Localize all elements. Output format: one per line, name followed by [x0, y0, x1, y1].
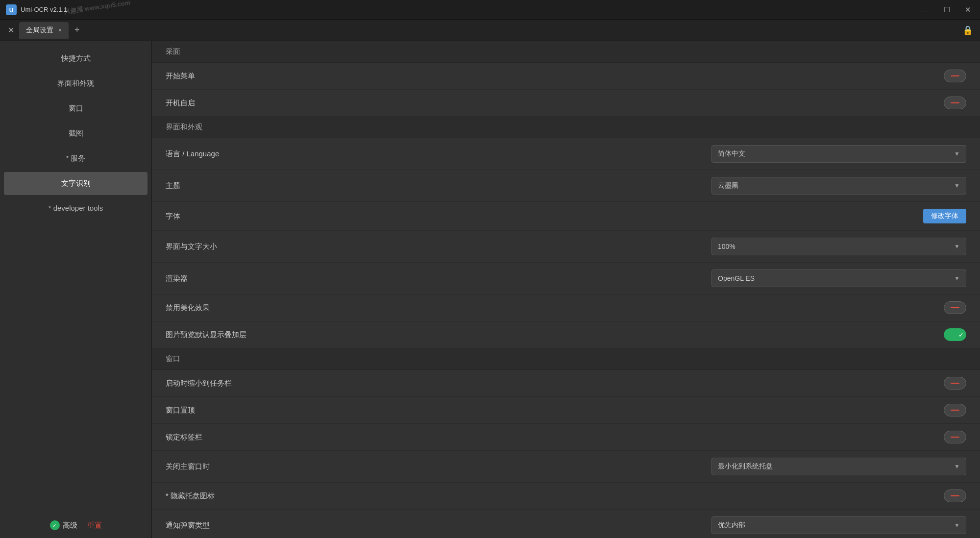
tabbar: ✕ 全局设置 × + 🔒 [0, 20, 980, 41]
titlebar: U Umi-OCR v2.1.1 — ☐ ✕ 兴趣屋 www.xqu5.com [0, 0, 980, 20]
hide-tray-toggle[interactable] [944, 489, 966, 502]
start-menu-toggle[interactable] [944, 70, 966, 82]
section-header-top: 采面 [152, 41, 980, 63]
main-layout: 快捷方式 界面和外观 窗口 截图 * 服务 文字识别 * developer t… [0, 41, 980, 538]
setting-row-notification-type: 通知弹窗类型 优先内部 ▼ [152, 510, 980, 538]
setting-row-always-top: 窗口置顶 [152, 397, 980, 424]
tab-label: 全局设置 [26, 26, 53, 35]
toggle-minus-icon [951, 495, 959, 496]
toggle-minus-icon [951, 437, 959, 438]
section-header-window: 窗口 [152, 348, 980, 370]
setting-row-font: 字体 修改字体 [152, 202, 980, 231]
setting-row-start-menu: 开始菜单 [152, 63, 980, 90]
renderer-control: OpenGL ES ▼ [711, 269, 966, 287]
sidebar-item-ocr[interactable]: 文字识别 [4, 172, 147, 195]
language-label: 语言 / Language [166, 149, 219, 159]
always-top-toggle[interactable] [944, 404, 966, 416]
sidebar-item-service[interactable]: * 服务 [4, 147, 147, 170]
start-menu-label: 开始菜单 [166, 72, 195, 81]
overlay-toggle[interactable]: ✓ [944, 328, 966, 341]
renderer-value: OpenGL ES [718, 274, 755, 282]
minimize-tray-label: 启动时缩小到任务栏 [166, 379, 232, 388]
section-header-appearance: 界面和外观 [152, 117, 980, 138]
font-control: 修改字体 [923, 209, 966, 223]
renderer-dropdown[interactable]: OpenGL ES ▼ [711, 269, 966, 287]
app-icon: U [6, 4, 17, 15]
always-top-label: 窗口置顶 [166, 406, 195, 415]
always-top-control [944, 404, 966, 416]
sidebar-item-window[interactable]: 窗口 [4, 97, 147, 120]
sidebar-item-appearance[interactable]: 界面和外观 [4, 72, 147, 95]
tab-global-settings[interactable]: 全局设置 × [19, 22, 69, 39]
setting-row-close-window: 关闭主窗口时 最小化到系统托盘 ▼ [152, 451, 980, 483]
setting-row-ui-size: 界面与文字大小 100% ▼ [152, 231, 980, 263]
sidebar-item-screenshot[interactable]: 截图 [4, 122, 147, 145]
close-window-control: 最小化到系统托盘 ▼ [711, 458, 966, 475]
lock-tabs-toggle[interactable] [944, 431, 966, 443]
overlay-control: ✓ [944, 328, 966, 341]
disable-effects-label: 禁用美化效果 [166, 303, 210, 313]
tab-close-left-button[interactable]: ✕ [5, 24, 17, 37]
minimize-tray-toggle[interactable] [944, 377, 966, 390]
autostart-control [944, 97, 966, 109]
dropdown-arrow-icon: ▼ [954, 275, 960, 282]
ui-size-control: 100% ▼ [711, 238, 966, 255]
toggle-minus-icon [951, 307, 959, 308]
close-window-label: 关闭主窗口时 [166, 462, 210, 471]
reset-button[interactable]: 重置 [87, 521, 102, 530]
watermark-top: 兴趣屋 www.xqu5.com [63, 0, 131, 16]
close-button[interactable]: ✕ [962, 4, 974, 15]
advanced-button[interactable]: ✓ 高级 [50, 520, 77, 530]
sidebar-footer: ✓ 高级 重置 [0, 520, 151, 530]
sidebar-item-shortcuts[interactable]: 快捷方式 [4, 47, 147, 70]
setting-row-language: 语言 / Language 简体中文 ▼ [152, 138, 980, 170]
notification-type-dropdown[interactable]: 优先内部 ▼ [711, 516, 966, 534]
check-icon: ✓ [50, 520, 60, 530]
dropdown-arrow-icon: ▼ [954, 150, 960, 157]
svg-text:U: U [9, 7, 14, 14]
setting-row-hide-tray: * 隐藏托盘图标 [152, 483, 980, 510]
close-window-dropdown[interactable]: 最小化到系统托盘 ▼ [711, 458, 966, 475]
app-title: Umi-OCR v2.1.1 [21, 6, 67, 13]
overlay-label: 图片预览默认显示叠加层 [166, 330, 246, 340]
notification-type-label: 通知弹窗类型 [166, 521, 210, 530]
theme-label: 主题 [166, 181, 180, 191]
renderer-label: 渲染器 [166, 274, 188, 283]
modify-font-button[interactable]: 修改字体 [923, 209, 966, 223]
lock-icon[interactable]: 🔒 [962, 25, 973, 36]
disable-effects-control [944, 301, 966, 314]
advanced-label: 高级 [63, 521, 77, 530]
language-dropdown[interactable]: 简体中文 ▼ [711, 145, 966, 163]
minimize-tray-control [944, 377, 966, 390]
theme-control: 云墨黑 ▼ [711, 177, 966, 195]
sidebar: 快捷方式 界面和外观 窗口 截图 * 服务 文字识别 * developer t… [0, 41, 152, 538]
language-control: 简体中文 ▼ [711, 145, 966, 163]
window-controls: — ☐ ✕ [919, 0, 974, 20]
tab-close-button[interactable]: × [58, 27, 62, 34]
ui-size-dropdown[interactable]: 100% ▼ [711, 238, 966, 255]
lock-tabs-label: 锁定标签栏 [166, 433, 202, 442]
hide-tray-control [944, 489, 966, 502]
dropdown-arrow-icon: ▼ [954, 243, 960, 250]
setting-row-lock-tabs: 锁定标签栏 [152, 424, 980, 451]
setting-row-theme: 主题 云墨黑 ▼ [152, 170, 980, 202]
dropdown-arrow-icon: ▼ [954, 522, 960, 529]
ui-size-label: 界面与文字大小 [166, 242, 217, 251]
lock-tabs-control [944, 431, 966, 443]
minimize-button[interactable]: — [919, 5, 932, 15]
tab-add-button[interactable]: + [71, 23, 84, 37]
setting-row-autostart: 开机自启 [152, 90, 980, 117]
sidebar-item-devtools[interactable]: * developer tools [4, 197, 147, 219]
autostart-toggle[interactable] [944, 97, 966, 109]
restore-button[interactable]: ☐ [941, 4, 953, 15]
settings-content: 采面 开始菜单 开机自启 界面和外观 语言 / La [152, 41, 980, 538]
toggle-minus-icon [951, 383, 959, 384]
language-value: 简体中文 [718, 149, 745, 158]
toggle-minus-icon [951, 102, 959, 103]
dropdown-arrow-icon: ▼ [954, 463, 960, 470]
setting-row-overlay: 图片预览默认显示叠加层 ✓ [152, 321, 980, 348]
toggle-minus-icon [951, 75, 959, 76]
check-icon: ✓ [958, 331, 964, 339]
theme-dropdown[interactable]: 云墨黑 ▼ [711, 177, 966, 195]
disable-effects-toggle[interactable] [944, 301, 966, 314]
